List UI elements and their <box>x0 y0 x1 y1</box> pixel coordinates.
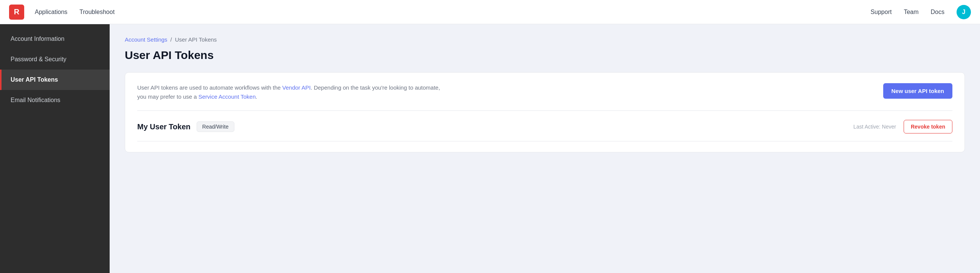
main-content: Account Settings / User API Tokens User … <box>110 24 980 273</box>
token-row-right: Last Active: Never Revoke token <box>853 120 952 133</box>
page-title: User API Tokens <box>125 49 965 62</box>
breadcrumb-link[interactable]: Account Settings <box>125 36 167 43</box>
sidebar: Account Information Password & Security … <box>0 24 110 273</box>
sidebar-item-user-api-tokens[interactable]: User API Tokens <box>0 70 110 90</box>
top-nav: R Applications Troubleshoot Support Team… <box>0 0 980 24</box>
breadcrumb: Account Settings / User API Tokens <box>125 36 965 43</box>
nav-left: Applications Troubleshoot <box>35 9 115 16</box>
card-top: User API tokens are used to automate wor… <box>137 83 952 111</box>
layout: Account Information Password & Security … <box>0 24 980 273</box>
table-row: My User Token Read/Write Last Active: Ne… <box>137 111 952 141</box>
nav-team[interactable]: Team <box>904 9 918 16</box>
sidebar-item-email-notifications[interactable]: Email Notifications <box>0 90 110 110</box>
nav-support[interactable]: Support <box>870 9 891 16</box>
nav-docs[interactable]: Docs <box>931 9 945 16</box>
logo[interactable]: R <box>9 5 24 20</box>
last-active-label: Last Active: Never <box>853 124 896 130</box>
card-description: User API tokens are used to automate wor… <box>137 83 447 102</box>
breadcrumb-current: User API Tokens <box>175 36 217 43</box>
sidebar-item-password-security[interactable]: Password & Security <box>0 49 110 70</box>
nav-right: Support Team Docs J <box>870 5 971 19</box>
nav-applications[interactable]: Applications <box>35 9 67 16</box>
service-token-link[interactable]: Service Account Token <box>199 94 256 100</box>
token-name: My User Token <box>137 122 191 131</box>
nav-troubleshoot[interactable]: Troubleshoot <box>80 9 115 16</box>
sidebar-item-account-information[interactable]: Account Information <box>0 29 110 49</box>
api-tokens-card: User API tokens are used to automate wor… <box>125 72 965 152</box>
avatar[interactable]: J <box>956 5 971 19</box>
breadcrumb-separator: / <box>170 36 172 43</box>
revoke-token-button[interactable]: Revoke token <box>904 120 952 133</box>
token-badge: Read/Write <box>197 121 234 132</box>
new-user-api-token-button[interactable]: New user API token <box>883 83 952 99</box>
token-row-left: My User Token Read/Write <box>137 121 234 132</box>
vendor-api-link[interactable]: Vendor API <box>282 84 311 91</box>
